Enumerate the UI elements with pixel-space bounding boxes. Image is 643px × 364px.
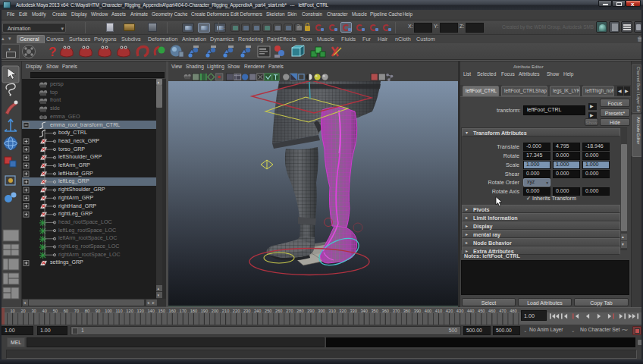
svg-text:140: 140 xyxy=(147,309,155,313)
svg-text:180: 180 xyxy=(190,309,198,313)
svg-text:470: 470 xyxy=(499,309,507,313)
svg-text:450: 450 xyxy=(478,309,485,313)
svg-text:90: 90 xyxy=(96,309,100,313)
svg-text:110: 110 xyxy=(116,309,123,313)
svg-text:420: 420 xyxy=(446,309,453,313)
svg-text:320: 320 xyxy=(339,309,347,313)
svg-text:250: 250 xyxy=(265,309,272,313)
svg-text:40: 40 xyxy=(42,309,47,313)
svg-text:390: 390 xyxy=(414,309,422,313)
svg-text:210: 210 xyxy=(222,309,230,313)
svg-text:480: 480 xyxy=(510,309,517,313)
svg-text:400: 400 xyxy=(425,309,432,313)
svg-text:410: 410 xyxy=(435,309,443,313)
svg-text:30: 30 xyxy=(31,309,36,313)
svg-text:380: 380 xyxy=(403,309,411,313)
svg-text:220: 220 xyxy=(233,309,240,313)
svg-text:170: 170 xyxy=(180,309,187,313)
svg-text:50: 50 xyxy=(53,309,58,313)
svg-text:430: 430 xyxy=(456,309,464,313)
svg-text:310: 310 xyxy=(328,309,336,313)
svg-text:120: 120 xyxy=(126,309,133,313)
svg-text:290: 290 xyxy=(307,309,315,313)
svg-text:230: 230 xyxy=(243,309,251,313)
svg-text:100: 100 xyxy=(105,309,112,313)
svg-text:360: 360 xyxy=(382,309,390,313)
svg-text:370: 370 xyxy=(393,309,400,313)
svg-text:280: 280 xyxy=(296,309,304,313)
svg-text:150: 150 xyxy=(158,309,165,313)
svg-text:460: 460 xyxy=(488,309,496,313)
svg-text:200: 200 xyxy=(212,309,219,313)
svg-text:190: 190 xyxy=(201,309,209,313)
svg-text:300: 300 xyxy=(318,309,325,313)
svg-text:130: 130 xyxy=(136,309,144,313)
svg-text:160: 160 xyxy=(169,309,177,313)
svg-text:260: 260 xyxy=(275,309,283,313)
svg-text:10: 10 xyxy=(10,309,14,313)
svg-text:340: 340 xyxy=(360,309,368,313)
svg-text:440: 440 xyxy=(467,309,475,313)
svg-text:60: 60 xyxy=(64,309,68,313)
svg-text:70: 70 xyxy=(74,309,79,313)
svg-text:350: 350 xyxy=(371,309,378,313)
svg-text:270: 270 xyxy=(286,309,293,313)
svg-text:240: 240 xyxy=(254,309,262,313)
svg-text:330: 330 xyxy=(350,309,357,313)
svg-text:20: 20 xyxy=(20,309,25,313)
svg-text:80: 80 xyxy=(85,309,89,313)
